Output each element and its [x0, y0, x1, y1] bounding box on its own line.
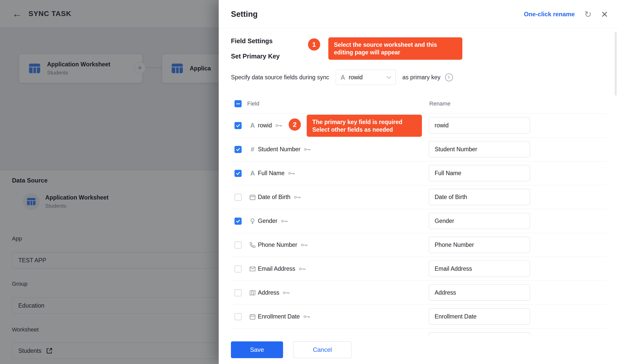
field-row: Address	[231, 281, 607, 305]
field-type-icon	[249, 313, 256, 320]
field-label: Date of Birth	[258, 194, 290, 201]
key-icon	[283, 291, 290, 295]
field-type-icon: #	[249, 146, 256, 153]
field-row: # Student Number	[231, 138, 607, 161]
field-label: Full Name	[258, 170, 285, 177]
field-column-header: Field	[247, 100, 259, 107]
rename-input[interactable]	[429, 213, 530, 229]
rename-column-header: Rename	[429, 100, 450, 107]
field-checkbox[interactable]	[234, 122, 242, 129]
close-icon[interactable]: ×	[601, 9, 608, 20]
step-badge-2: 2	[289, 118, 301, 131]
rename-input[interactable]	[429, 189, 530, 205]
field-row: A Full Name	[231, 161, 607, 185]
step-badge-1: 1	[308, 38, 320, 51]
tooltip-line: editing page will appear	[334, 49, 457, 56]
key-icon	[275, 124, 283, 127]
field-label: Email Address	[258, 265, 295, 272]
cancel-button[interactable]: Cancel	[293, 341, 351, 358]
primary-key-dropdown[interactable]: A rowid	[336, 70, 396, 85]
key-icon	[281, 219, 288, 223]
key-icon	[299, 267, 306, 271]
panel-footer: Save Cancel	[219, 336, 618, 364]
panel-header: Setting One-click rename ↻ ×	[219, 0, 618, 28]
field-checkbox[interactable]	[234, 241, 242, 249]
dropdown-value: rowid	[349, 74, 386, 81]
field-checkbox[interactable]	[234, 265, 242, 272]
field-row: Enrollment Date	[231, 305, 607, 329]
fields-table-header: Field Rename	[231, 94, 607, 114]
field-type-icon	[249, 266, 256, 272]
scrollbar[interactable]	[615, 32, 617, 96]
field-type-icon	[249, 290, 256, 296]
primary-key-prefix: Specify data source fields during sync	[231, 74, 329, 81]
field-type-icon	[249, 194, 256, 201]
key-icon	[304, 148, 311, 151]
field-type-icon: A	[249, 122, 256, 129]
field-label: Enrollment Date	[258, 313, 300, 320]
field-row: Email Address	[231, 257, 607, 281]
key-icon	[294, 195, 301, 199]
rename-input[interactable]	[429, 237, 530, 253]
field-checkbox[interactable]	[234, 170, 242, 177]
primary-key-suffix: as primary key	[402, 74, 440, 81]
rename-input[interactable]	[429, 308, 530, 325]
field-type-icon: A	[341, 74, 345, 81]
field-checkbox[interactable]	[234, 218, 242, 225]
rename-input[interactable]	[429, 117, 530, 133]
select-all-checkbox[interactable]	[234, 100, 242, 107]
field-checkbox[interactable]	[234, 194, 242, 201]
tooltip-line: Select the source worksheet and this	[334, 41, 457, 49]
field-type-icon	[249, 242, 256, 248]
panel-body: Field Settings Set Primary Key Specify d…	[219, 28, 618, 364]
rename-input[interactable]	[429, 261, 530, 277]
save-button[interactable]: Save	[231, 341, 283, 358]
field-label: Phone Number	[258, 241, 297, 248]
field-row: Gender	[231, 209, 607, 233]
one-click-rename-link[interactable]: One-click rename	[524, 11, 575, 18]
rename-input[interactable]	[429, 141, 530, 157]
field-label: rowid	[258, 122, 272, 129]
field-type-icon	[249, 218, 256, 224]
key-icon	[303, 315, 311, 318]
field-checkbox[interactable]	[234, 289, 242, 296]
settings-panel: Setting One-click rename ↻ × Field Setti…	[219, 0, 618, 364]
info-icon[interactable]: i	[445, 73, 453, 81]
refresh-icon[interactable]: ↻	[584, 10, 592, 19]
chevron-down-icon	[386, 76, 391, 79]
field-checkbox[interactable]	[234, 313, 242, 320]
rename-input[interactable]	[429, 165, 530, 181]
key-icon	[288, 172, 295, 175]
field-type-icon: A	[249, 170, 256, 177]
panel-title: Setting	[231, 10, 258, 19]
key-icon	[301, 243, 308, 247]
field-label: Student Number	[258, 146, 300, 153]
primary-key-row: Specify data source fields during sync A…	[231, 70, 607, 85]
field-row: Date of Birth	[231, 185, 607, 209]
field-checkbox[interactable]	[234, 146, 242, 153]
tooltip-line: Select other fields as needed	[312, 126, 416, 133]
callout-tooltip-2: The primary key field is required Select…	[307, 115, 422, 137]
field-rows: A rowid # Student Number A Full Name Dat…	[231, 114, 607, 329]
field-label: Address	[258, 289, 279, 296]
tooltip-line: The primary key field is required	[312, 118, 416, 126]
field-label: Gender	[258, 218, 277, 224]
field-row: Phone Number	[231, 233, 607, 257]
callout-tooltip-1: Select the source worksheet and this edi…	[328, 37, 462, 60]
rename-input[interactable]	[429, 284, 530, 301]
